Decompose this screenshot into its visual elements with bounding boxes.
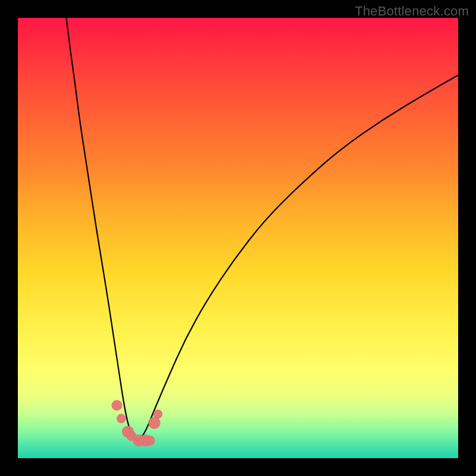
marker-dot bbox=[148, 417, 160, 429]
marker-group bbox=[112, 400, 163, 446]
right-branch-path bbox=[139, 75, 459, 440]
left-branch-path bbox=[66, 18, 139, 440]
watermark-text: TheBottleneck.com bbox=[355, 4, 469, 19]
marker-dot bbox=[154, 409, 163, 419]
curve-group bbox=[66, 18, 458, 447]
marker-dot bbox=[127, 431, 137, 441]
plot-area bbox=[18, 18, 458, 458]
curves-layer bbox=[18, 18, 458, 458]
marker-dot bbox=[122, 425, 134, 437]
marker-dot bbox=[117, 414, 126, 424]
chart-frame: TheBottleneck.com bbox=[0, 0, 476, 476]
marker-dot bbox=[139, 434, 151, 446]
marker-dot bbox=[145, 436, 155, 446]
marker-dot bbox=[133, 434, 145, 446]
marker-dot bbox=[112, 400, 123, 411]
